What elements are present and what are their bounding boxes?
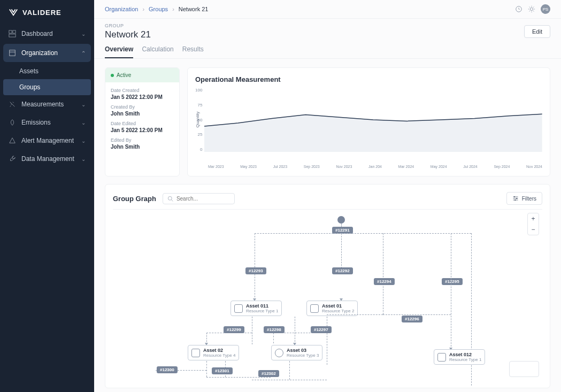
edge-tag[interactable]: #12294 bbox=[374, 278, 395, 285]
sidebar-item-alert-management[interactable]: Alert Management ⌄ bbox=[0, 132, 94, 150]
tab-overview[interactable]: Overview bbox=[105, 45, 133, 58]
sidebar-item-assets[interactable]: Assets bbox=[0, 63, 94, 79]
alert-icon bbox=[9, 137, 16, 144]
edge-tag[interactable]: #12299 bbox=[224, 326, 244, 333]
crumb-organization[interactable]: Organization bbox=[105, 6, 138, 12]
emissions-icon bbox=[9, 119, 16, 126]
chevron-down-icon: ⌄ bbox=[81, 102, 86, 107]
status-badge: Active bbox=[105, 68, 179, 82]
crumb-groups[interactable]: Groups bbox=[149, 6, 168, 12]
shield-icon bbox=[234, 304, 243, 313]
edge-tag[interactable]: #12297 bbox=[311, 326, 332, 333]
asset-node[interactable]: Asset 012Resource Type 1 bbox=[434, 349, 485, 365]
edge-tag[interactable]: #12301 bbox=[212, 367, 233, 374]
svg-point-12 bbox=[513, 196, 514, 197]
asset-node[interactable]: Asset 011Resource Type 1 bbox=[230, 301, 282, 316]
svg-rect-1 bbox=[13, 30, 16, 33]
shield-icon bbox=[437, 353, 446, 362]
chevron-down-icon: ⌄ bbox=[81, 156, 86, 162]
svg-point-6 bbox=[530, 7, 533, 10]
edge-tag[interactable]: #12302 bbox=[258, 370, 279, 377]
sidebar: VALIDERE Dashboard ⌄ Organization ⌃ Asse… bbox=[0, 0, 94, 392]
chevron-right-icon: › bbox=[172, 6, 174, 12]
square-icon bbox=[191, 349, 200, 357]
sidebar-item-dashboard[interactable]: Dashboard ⌄ bbox=[0, 25, 94, 43]
minimap[interactable] bbox=[509, 361, 539, 377]
filters-icon bbox=[512, 195, 519, 202]
chevron-right-icon: › bbox=[142, 6, 144, 12]
edge-tag[interactable]: #12292 bbox=[332, 267, 353, 274]
x-axis: Mar 2023May 2023Jul 2023Sep 2023Nov 2023… bbox=[195, 163, 542, 168]
graph-panel: Group Graph Filters + − bbox=[105, 184, 550, 388]
date-created-label: Date Created bbox=[111, 88, 174, 93]
edge-tag[interactable]: #12298 bbox=[264, 326, 285, 333]
chart-plot bbox=[204, 88, 542, 163]
svg-point-13 bbox=[516, 198, 517, 199]
start-node[interactable] bbox=[337, 216, 345, 224]
clock-icon[interactable] bbox=[515, 5, 522, 13]
zoom-out-button[interactable]: − bbox=[528, 224, 539, 235]
svg-rect-3 bbox=[10, 50, 16, 56]
chevron-up-icon: ⌃ bbox=[81, 50, 86, 56]
zoom-controls: + − bbox=[527, 213, 539, 235]
created-by-label: Created By bbox=[111, 104, 174, 110]
brand-text: VALIDERE bbox=[22, 9, 62, 17]
dashboard-icon bbox=[9, 30, 16, 37]
edge-tag[interactable]: #12295 bbox=[442, 278, 463, 285]
svg-point-7 bbox=[168, 196, 172, 200]
chart-panel: Operational Measurement Quantity 100 75 … bbox=[187, 67, 550, 176]
gear-icon[interactable] bbox=[528, 5, 535, 13]
edge-tag[interactable]: #12293 bbox=[245, 267, 266, 274]
search-input[interactable] bbox=[176, 196, 230, 202]
y-axis-label: Quantity bbox=[195, 112, 200, 128]
svg-rect-2 bbox=[9, 34, 16, 37]
avatar[interactable]: PS bbox=[541, 4, 550, 14]
edit-button[interactable]: Edit bbox=[524, 25, 550, 38]
sidebar-item-data-management[interactable]: Data Management ⌄ bbox=[0, 150, 94, 168]
wrench-icon bbox=[9, 155, 16, 163]
entity-type: GROUP bbox=[105, 23, 550, 28]
svg-point-14 bbox=[514, 199, 516, 201]
date-edited-label: Date Edited bbox=[111, 121, 174, 126]
content: Active Date Created Jan 5 2022 12:00 PM … bbox=[94, 59, 561, 392]
zoom-in-button[interactable]: + bbox=[528, 213, 539, 224]
breadcrumb: Organization › Groups › Network 21 PS bbox=[94, 0, 561, 19]
chevron-down-icon: ⌄ bbox=[81, 138, 86, 144]
graph-title: Group Graph bbox=[113, 195, 156, 203]
graph-canvas[interactable]: + − #12291 #12293 bbox=[113, 209, 542, 380]
created-by-value: John Smith bbox=[111, 111, 174, 117]
svg-line-8 bbox=[171, 199, 173, 201]
edited-by-label: Edited By bbox=[111, 137, 174, 143]
tabs: Overview Calculation Results bbox=[105, 45, 550, 58]
tab-calculation[interactable]: Calculation bbox=[142, 45, 173, 58]
asset-node[interactable]: Asset 01Resource Type 2 bbox=[306, 301, 358, 316]
filters-button[interactable]: Filters bbox=[506, 192, 542, 205]
page-header: GROUP Network 21 Edit Overview Calculati… bbox=[94, 19, 561, 59]
svg-rect-0 bbox=[9, 30, 12, 33]
logo-icon bbox=[9, 7, 18, 17]
main: Organization › Groups › Network 21 PS GR… bbox=[94, 0, 561, 392]
search-box[interactable] bbox=[163, 193, 235, 204]
date-created-value: Jan 5 2022 12:00 PM bbox=[111, 94, 174, 100]
search-icon bbox=[167, 196, 173, 202]
chevron-down-icon: ⌄ bbox=[81, 31, 86, 37]
asset-node[interactable]: Asset 03Resource Type 3 bbox=[271, 345, 322, 360]
info-panel: Active Date Created Jan 5 2022 12:00 PM … bbox=[105, 67, 180, 176]
edge-tag[interactable]: #12300 bbox=[157, 366, 178, 373]
sidebar-item-emissions[interactable]: Emissions ⌄ bbox=[0, 113, 94, 132]
sidebar-item-groups[interactable]: Groups bbox=[3, 79, 91, 95]
status-dot-icon bbox=[111, 74, 114, 77]
measurements-icon bbox=[9, 101, 16, 108]
logo: VALIDERE bbox=[0, 0, 94, 25]
edited-by-value: John Smith bbox=[111, 144, 174, 150]
circle-icon bbox=[275, 349, 283, 357]
page-title: Network 21 bbox=[105, 29, 550, 40]
tab-results[interactable]: Results bbox=[182, 45, 204, 58]
edge-tag[interactable]: #12296 bbox=[402, 316, 422, 322]
date-edited-value: Jan 5 2022 12:00 PM bbox=[111, 127, 174, 133]
organization-icon bbox=[9, 49, 16, 57]
sidebar-item-organization[interactable]: Organization ⌃ bbox=[3, 44, 91, 62]
sidebar-item-measurements[interactable]: Measurements ⌄ bbox=[0, 95, 94, 113]
chart-title: Operational Measurement bbox=[195, 75, 542, 83]
asset-node[interactable]: Asset 02Resource Type 4 bbox=[188, 345, 239, 360]
